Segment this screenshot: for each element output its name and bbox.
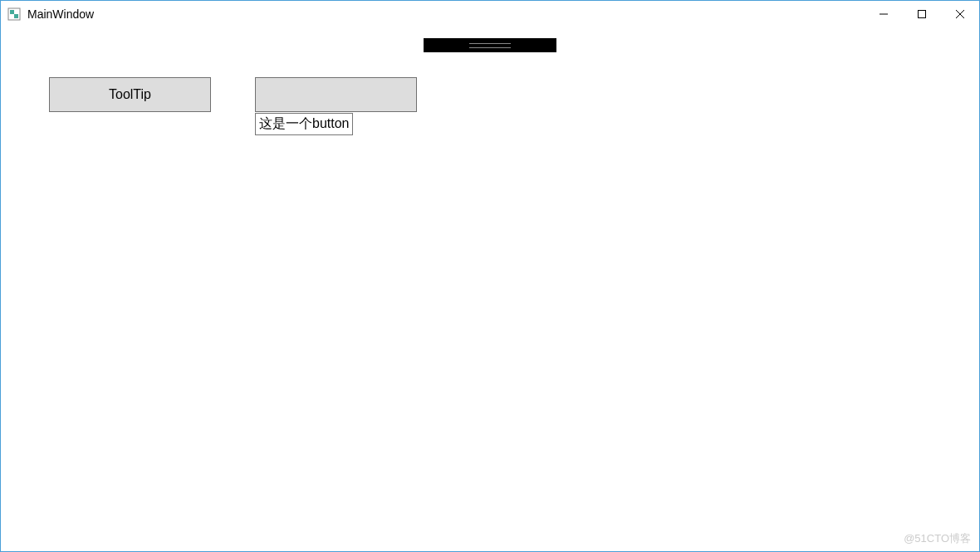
window-controls	[865, 1, 979, 27]
watermark: @51CTO博客	[904, 531, 971, 546]
svg-rect-1	[10, 10, 14, 14]
maximize-button[interactable]	[903, 1, 941, 27]
client-area: ToolTip 这是一个button	[1, 27, 979, 551]
window-title: MainWindow	[27, 7, 94, 21]
tooltip-button-label: ToolTip	[109, 87, 151, 102]
grip-lines-icon	[469, 43, 511, 48]
app-icon	[7, 7, 21, 21]
close-button[interactable]	[941, 1, 979, 27]
tooltip-button[interactable]: ToolTip	[49, 77, 211, 112]
minimize-button[interactable]	[865, 1, 903, 27]
second-button[interactable]	[255, 77, 417, 112]
svg-rect-4	[919, 11, 926, 18]
tooltip-text: 这是一个button	[259, 116, 349, 130]
svg-rect-2	[14, 14, 18, 18]
grip-handle[interactable]	[424, 38, 556, 52]
titlebar[interactable]: MainWindow	[1, 1, 979, 27]
main-window: MainWindow ToolTip 这是一个bu	[0, 0, 980, 552]
tooltip-popup: 这是一个button	[255, 113, 353, 135]
